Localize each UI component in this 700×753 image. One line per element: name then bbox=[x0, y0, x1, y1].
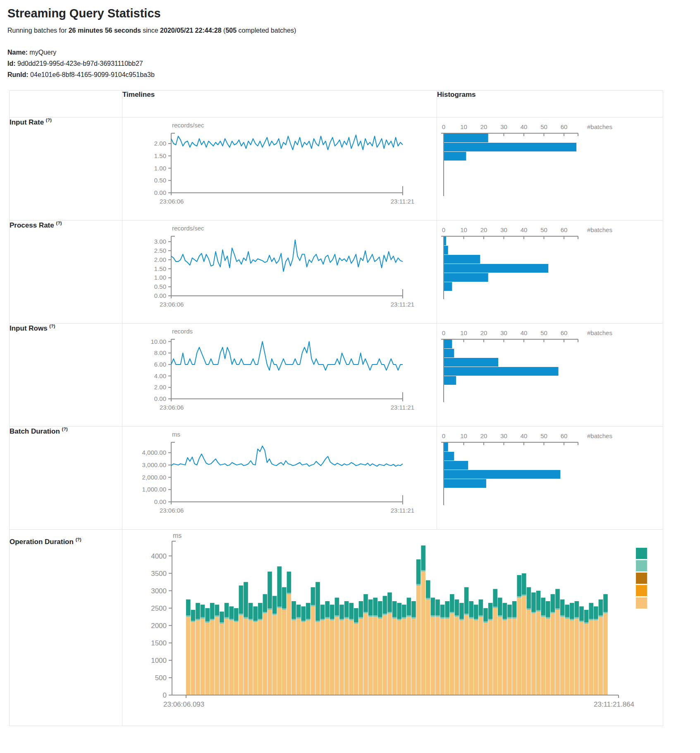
svg-text:0.50: 0.50 bbox=[154, 283, 166, 290]
svg-text:0.50: 0.50 bbox=[154, 177, 166, 184]
batch-duration-label-cell: Batch Duration (?) bbox=[10, 427, 122, 530]
svg-text:0: 0 bbox=[442, 123, 445, 130]
query-runid-value: 04e101e6-8bf8-4165-9099-9104c951ba3b bbox=[29, 71, 155, 78]
svg-text:0.00: 0.00 bbox=[154, 189, 166, 196]
svg-text:500: 500 bbox=[155, 674, 167, 682]
completed-batches-suffix: completed batches) bbox=[237, 27, 296, 34]
svg-text:2.00: 2.00 bbox=[154, 140, 166, 147]
svg-text:0: 0 bbox=[442, 432, 445, 439]
svg-text:23:11:21: 23:11:21 bbox=[391, 507, 414, 514]
svg-text:20: 20 bbox=[480, 432, 487, 439]
svg-text:2.00: 2.00 bbox=[154, 384, 166, 391]
batch-duration-histogram-chart: 0102030405060#batches bbox=[437, 427, 663, 527]
operation-duration-chart-cell: ms0500100015002000250030003500400023:06:… bbox=[122, 530, 663, 726]
input-rows-histogram-svg: 0102030405060#batches bbox=[437, 324, 660, 422]
operation-duration-stacked-chart: ms0500100015002000250030003500400023:06:… bbox=[122, 530, 663, 726]
svg-text:3,000.00: 3,000.00 bbox=[142, 461, 166, 468]
running-text: Running batches for bbox=[7, 27, 69, 34]
query-name-value: myQuery bbox=[28, 49, 56, 56]
process-rate-row: Process Rate (?) records/sec0.000.501.00… bbox=[10, 221, 663, 324]
svg-text:40: 40 bbox=[521, 329, 528, 336]
input-rate-histogram-cell: 0102030405060#batches bbox=[437, 118, 663, 221]
svg-text:23:11:21: 23:11:21 bbox=[391, 404, 414, 411]
query-id-label: Id: bbox=[7, 60, 16, 67]
svg-text:40: 40 bbox=[521, 123, 528, 130]
since-text: since bbox=[141, 27, 160, 34]
query-id-row: Id: 9d0dd219-995d-423e-b97d-36931110bb27 bbox=[7, 58, 700, 69]
input-rate-label: Input Rate bbox=[10, 118, 44, 126]
svg-text:2,000.00: 2,000.00 bbox=[142, 474, 166, 481]
svg-text:23:11:21.864: 23:11:21.864 bbox=[594, 700, 634, 708]
legend-swatch bbox=[636, 597, 647, 609]
svg-text:40: 40 bbox=[521, 226, 528, 233]
input-rows-hint-icon[interactable]: (?) bbox=[49, 324, 55, 329]
svg-text:6.00: 6.00 bbox=[154, 361, 166, 368]
input-rows-row: Input Rows (?) records0.002.004.006.008.… bbox=[10, 324, 663, 427]
svg-text:60: 60 bbox=[561, 432, 568, 439]
batch-duration-hint-icon[interactable]: (?) bbox=[62, 427, 68, 432]
input-rate-timeline-cell: records/sec0.000.501.001.502.0023:06:062… bbox=[122, 118, 437, 221]
svg-text:23:06:06: 23:06:06 bbox=[160, 507, 184, 514]
svg-text:records/sec: records/sec bbox=[172, 225, 204, 232]
batch-duration-timeline-svg: ms0.001,000.002,000.003,000.004,000.0023… bbox=[122, 427, 435, 525]
svg-text:30: 30 bbox=[500, 432, 507, 439]
operation-duration-label: Operation Duration bbox=[10, 538, 74, 546]
svg-text:1.50: 1.50 bbox=[154, 265, 166, 272]
svg-text:1.50: 1.50 bbox=[154, 152, 166, 159]
query-info: Name: myQuery Id: 9d0dd219-995d-423e-b97… bbox=[7, 47, 700, 80]
svg-text:23:11:21: 23:11:21 bbox=[391, 301, 414, 308]
svg-text:23:06:06: 23:06:06 bbox=[160, 301, 184, 308]
legend-swatch bbox=[636, 548, 647, 559]
svg-text:10: 10 bbox=[460, 123, 467, 130]
svg-text:23:11:21: 23:11:21 bbox=[391, 198, 414, 205]
svg-text:1.00: 1.00 bbox=[154, 165, 166, 172]
operation-duration-row: Operation Duration (?) ms050010001500200… bbox=[10, 530, 663, 726]
histograms-header: Histograms bbox=[437, 91, 663, 118]
input-rate-row: Input Rate (?) records/sec0.000.501.001.… bbox=[10, 118, 663, 221]
svg-text:1000: 1000 bbox=[151, 657, 167, 664]
process-rate-hint-icon[interactable]: (?) bbox=[56, 221, 62, 225]
page-title: Streaming Query Statistics bbox=[7, 7, 700, 20]
batch-duration-histogram-svg: 0102030405060#batches bbox=[437, 427, 660, 525]
operation-duration-label-cell: Operation Duration (?) bbox=[10, 530, 122, 726]
completed-batches-count: 505 bbox=[225, 27, 237, 34]
svg-text:1500: 1500 bbox=[151, 639, 167, 647]
svg-text:20: 20 bbox=[480, 329, 487, 336]
process-rate-timeline-svg: records/sec0.000.501.001.502.002.503.002… bbox=[122, 221, 435, 319]
svg-text:20: 20 bbox=[480, 123, 487, 130]
process-rate-histogram-chart: 0102030405060#batches bbox=[437, 221, 663, 321]
svg-text:10: 10 bbox=[460, 329, 467, 336]
running-duration: 26 minutes 56 seconds bbox=[69, 27, 141, 34]
svg-text:1,000.00: 1,000.00 bbox=[142, 486, 166, 493]
svg-text:#batches: #batches bbox=[587, 432, 612, 439]
batch-duration-row: Batch Duration (?) ms0.001,000.002,000.0… bbox=[10, 427, 663, 530]
svg-text:50: 50 bbox=[540, 329, 547, 336]
svg-text:#batches: #batches bbox=[587, 226, 612, 233]
svg-text:30: 30 bbox=[500, 226, 507, 233]
svg-text:4000: 4000 bbox=[151, 552, 167, 560]
svg-text:2000: 2000 bbox=[151, 622, 167, 630]
process-rate-histogram-svg: 0102030405060#batches bbox=[437, 221, 660, 319]
svg-text:records/sec: records/sec bbox=[172, 122, 204, 129]
svg-text:23:06:06.093: 23:06:06.093 bbox=[163, 700, 204, 708]
operation-duration-hint-icon[interactable]: (?) bbox=[76, 537, 81, 542]
query-name-row: Name: myQuery bbox=[7, 47, 700, 58]
start-time: 2020/05/21 22:44:28 bbox=[160, 27, 222, 34]
svg-text:8.00: 8.00 bbox=[154, 349, 166, 356]
input-rate-timeline-chart: records/sec0.000.501.001.502.0023:06:062… bbox=[122, 118, 437, 218]
input-rows-label-cell: Input Rows (?) bbox=[10, 324, 122, 427]
svg-text:records: records bbox=[172, 328, 193, 335]
svg-text:2.00: 2.00 bbox=[154, 256, 166, 263]
svg-text:0.00: 0.00 bbox=[154, 395, 166, 402]
svg-text:ms: ms bbox=[172, 431, 180, 438]
svg-text:#batches: #batches bbox=[587, 329, 612, 336]
query-runid-row: RunId: 04e101e6-8bf8-4165-9099-9104c951b… bbox=[7, 69, 700, 80]
svg-text:60: 60 bbox=[561, 226, 568, 233]
svg-text:60: 60 bbox=[561, 329, 568, 336]
svg-text:0.00: 0.00 bbox=[154, 292, 166, 299]
input-rows-label: Input Rows bbox=[10, 324, 48, 332]
legend-swatch bbox=[636, 560, 647, 571]
svg-text:4.00: 4.00 bbox=[154, 372, 166, 379]
table-header-row: Timelines Histograms bbox=[10, 91, 663, 118]
input-rate-hint-icon[interactable]: (?) bbox=[46, 118, 52, 122]
